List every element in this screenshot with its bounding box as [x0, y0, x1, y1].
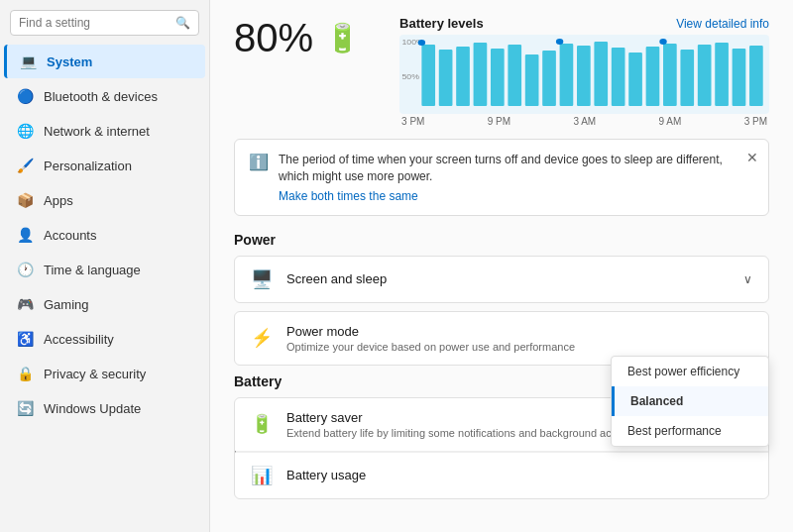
chart-label-4: 9 AM [659, 116, 682, 127]
nav-icon-privacy: 🔒 [16, 365, 34, 382]
battery-header-row: 80% 🔋 Battery levels View detailed info … [234, 16, 769, 127]
nav-label-privacy: Privacy & security [44, 367, 146, 381]
svg-rect-3 [439, 50, 453, 106]
battery-saver-label: Battery saver [286, 410, 363, 425]
nav-icon-update: 🔄 [16, 399, 34, 417]
power-section-title: Power [234, 232, 769, 248]
dropdown-item-efficiency[interactable]: Best power efficiency [612, 357, 768, 386]
power-mode-content: Power mode Optimize your device based on… [286, 324, 752, 353]
battery-usage-content: Battery usage [286, 468, 752, 482]
battery-usage-label: Battery usage [286, 468, 366, 482]
svg-rect-20 [733, 49, 746, 106]
nav-label-system: System [47, 54, 92, 69]
info-content: The period of time when your screen turn… [279, 152, 754, 203]
close-banner-button[interactable]: ✕ [746, 150, 758, 165]
sidebar-item-apps[interactable]: 📦 Apps [4, 183, 205, 217]
battery-usage-icon: 📊 [251, 465, 273, 486]
battery-icon: 🔋 [325, 22, 360, 54]
power-mode-label: Power mode [286, 324, 359, 339]
screen-sleep-icon: 🖥️ [251, 268, 273, 290]
battery-chart: 100% 50% [399, 35, 769, 114]
chart-label-1: 3 PM [401, 116, 424, 127]
dropdown-item-balanced[interactable]: Balanced [612, 386, 768, 416]
nav-label-accounts: Accounts [44, 228, 96, 243]
battery-usage-row[interactable]: 📊 Battery usage [235, 453, 768, 498]
nav-label-gaming: Gaming [44, 297, 89, 312]
nav-icon-system: 💻 [19, 53, 37, 70]
svg-rect-5 [474, 43, 488, 106]
svg-rect-13 [612, 48, 625, 106]
search-input[interactable] [19, 16, 175, 30]
nav-icon-apps: 📦 [16, 191, 34, 209]
nav-label-accessibility: Accessibility [44, 332, 114, 347]
chart-label-3: 3 AM [573, 116, 596, 127]
sidebar-item-network[interactable]: 🌐 Network & internet [4, 114, 205, 148]
power-mode-desc: Optimize your device based on power use … [286, 341, 752, 353]
screen-sleep-label: Screen and sleep [286, 271, 387, 286]
chart-title-row: Battery levels View detailed info [399, 16, 769, 31]
svg-rect-9 [542, 51, 556, 106]
nav-icon-personalization: 🖌️ [16, 157, 34, 174]
nav-label-bluetooth: Bluetooth & devices [44, 89, 158, 104]
sidebar-item-bluetooth[interactable]: 🔵 Bluetooth & devices [4, 79, 205, 113]
sidebar-item-personalization[interactable]: 🖌️ Personalization [4, 149, 205, 182]
battery-chart-svg: 100% 50% [399, 35, 769, 114]
power-section: Power 🖥️ Screen and sleep ∨ ⚡ Power mode… [234, 232, 769, 366]
search-box[interactable]: 🔍 [10, 10, 199, 36]
sidebar-item-gaming[interactable]: 🎮 Gaming [4, 287, 205, 321]
svg-rect-12 [594, 42, 608, 106]
sidebar-nav: 💻 System 🔵 Bluetooth & devices 🌐 Network… [0, 44, 209, 426]
svg-rect-16 [663, 44, 677, 106]
sidebar-item-accounts[interactable]: 👤 Accounts [4, 218, 205, 252]
info-text: The period of time when your screen turn… [279, 153, 723, 183]
svg-rect-14 [628, 53, 642, 106]
power-mode-card: ⚡ Power mode Optimize your device based … [234, 311, 769, 366]
chart-label-5: 3 PM [744, 116, 767, 127]
info-icon: ℹ️ [249, 153, 269, 171]
info-banner: ℹ️ The period of time when your screen t… [234, 139, 769, 216]
battery-percent: 80% [234, 16, 313, 60]
sidebar-item-privacy[interactable]: 🔒 Privacy & security [4, 357, 205, 390]
nav-icon-accounts: 👤 [16, 226, 34, 244]
screen-sleep-content: Screen and sleep [286, 271, 743, 286]
svg-rect-2 [421, 45, 435, 106]
chart-labels: 3 PM 9 PM 3 AM 9 AM 3 PM [399, 116, 769, 127]
svg-rect-17 [680, 50, 694, 106]
main-content: 80% 🔋 Battery levels View detailed info … [210, 0, 793, 532]
nav-label-personalization: Personalization [44, 159, 132, 173]
screen-sleep-row[interactable]: 🖥️ Screen and sleep ∨ [235, 257, 768, 302]
battery-saver-icon: 🔋 [251, 413, 273, 435]
svg-point-22 [418, 40, 425, 46]
nav-label-update: Windows Update [44, 401, 141, 416]
battery-percent-block: 80% 🔋 [234, 16, 360, 60]
nav-label-time: Time & language [44, 263, 141, 277]
search-icon: 🔍 [175, 16, 190, 30]
battery-saver-content: Battery saver Extend battery life by lim… [286, 410, 650, 439]
svg-rect-7 [508, 45, 521, 106]
battery-saver-desc: Extend battery life by limiting some not… [286, 427, 650, 439]
svg-rect-8 [525, 54, 539, 106]
nav-icon-gaming: 🎮 [16, 295, 34, 313]
nav-icon-accessibility: ♿ [16, 330, 34, 348]
svg-rect-18 [698, 45, 712, 106]
chart-label-2: 9 PM [488, 116, 510, 127]
sidebar-item-system[interactable]: 💻 System [4, 45, 205, 78]
info-link[interactable]: Make both times the same [279, 189, 754, 203]
svg-point-24 [659, 39, 666, 45]
nav-icon-network: 🌐 [16, 122, 34, 140]
dropdown-item-performance[interactable]: Best performance [612, 416, 768, 446]
power-mode-dropdown: Best power efficiency Balanced Best perf… [611, 356, 769, 447]
screen-sleep-card: 🖥️ Screen and sleep ∨ [234, 256, 769, 303]
nav-label-network: Network & internet [44, 124, 150, 139]
svg-rect-11 [577, 46, 591, 106]
svg-text:50%: 50% [402, 73, 419, 81]
sidebar-item-accessibility[interactable]: ♿ Accessibility [4, 322, 205, 356]
view-detailed-link[interactable]: View detailed info [676, 17, 769, 31]
sidebar-item-time[interactable]: 🕐 Time & language [4, 253, 205, 286]
chart-title: Battery levels [399, 16, 484, 31]
svg-rect-19 [715, 43, 729, 106]
svg-rect-10 [560, 44, 574, 106]
nav-icon-bluetooth: 🔵 [16, 87, 34, 105]
svg-point-23 [556, 39, 563, 45]
sidebar-item-update[interactable]: 🔄 Windows Update [4, 391, 205, 425]
